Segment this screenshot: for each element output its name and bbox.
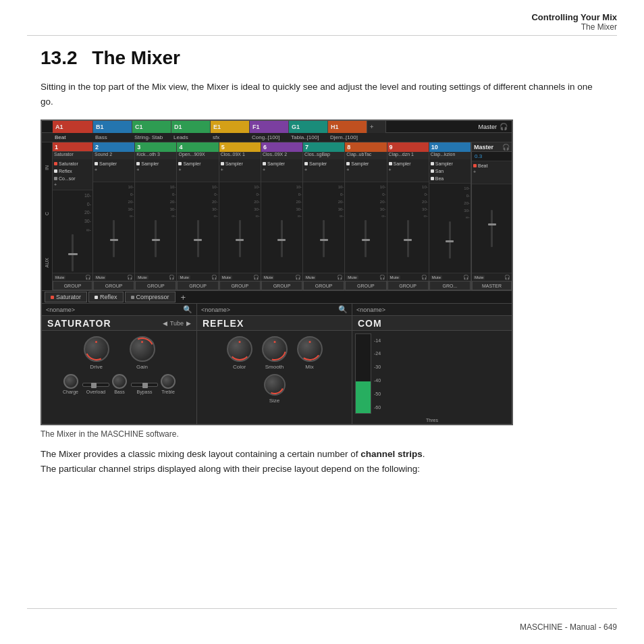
plugin-item: Reflex xyxy=(54,167,91,175)
section-title: 13.2 The Mixer xyxy=(41,47,603,69)
bass-knob[interactable] xyxy=(112,374,127,389)
group-name-h1: Djem..[100] xyxy=(328,134,367,140)
page-header: Controlling Your Mix The Mixer xyxy=(531,12,617,32)
group-name-d1: Leads xyxy=(171,134,211,140)
group-tab-f1[interactable]: F1 xyxy=(250,121,289,133)
color-label: Color xyxy=(233,364,246,370)
strip-number-3: 3 xyxy=(135,142,176,152)
com-noname: <noname> xyxy=(356,306,508,313)
channel-strip-7: 7 Clos..sgBap Sampler + 10-0-20-30-∞- Mu… xyxy=(303,142,345,290)
strip-number-1: 1 xyxy=(53,142,92,152)
page-footer: MASCHINE - Manual - 649 xyxy=(27,622,617,632)
mix-knob[interactable] xyxy=(297,336,323,362)
charge-group: Charge xyxy=(63,374,78,394)
group-name-b1: Bass xyxy=(93,134,132,140)
in-label: IN xyxy=(45,165,49,170)
strip-number-2: 2 xyxy=(93,142,134,152)
effect-tab-compressor[interactable]: Compressor xyxy=(125,292,176,302)
body-paragraph: The Mixer provides a classic mixing desk… xyxy=(41,447,594,477)
master-headphone[interactable]: 🎧 xyxy=(502,144,510,151)
master-label: Master xyxy=(474,144,493,151)
group-tab-d1[interactable]: D1 xyxy=(171,121,211,133)
group-name-g1: Tabla..[100] xyxy=(289,134,328,140)
overload-slider[interactable] xyxy=(82,383,109,387)
group-tab-a1[interactable]: A1 xyxy=(53,121,93,133)
group-tab-g1[interactable]: G1 xyxy=(289,121,328,133)
compressor-meter xyxy=(355,333,371,414)
fader-handle-1[interactable] xyxy=(68,253,78,255)
group-tab-c1[interactable]: C1 xyxy=(132,121,171,133)
header-subtitle: The Mixer xyxy=(531,22,617,32)
charge-label: Charge xyxy=(63,390,78,394)
group-btn-1[interactable]: GROUP xyxy=(53,281,92,290)
channel-strip-4: 4 Open...909X Sampler + 10-0-20-30-∞- Mu… xyxy=(177,142,219,290)
effect-tab-reflex[interactable]: Reflex xyxy=(88,292,124,302)
fader-scale: 10-0-20-30-∞- xyxy=(53,192,92,234)
group-tab-plus[interactable]: + xyxy=(367,121,386,133)
aux-label: AUX xyxy=(45,258,49,267)
gain-knob[interactable] xyxy=(130,336,155,362)
plugin-add-2[interactable]: + xyxy=(95,167,133,174)
charge-knob[interactable] xyxy=(63,374,78,389)
footer-divider xyxy=(27,608,617,609)
overload-group: Overload xyxy=(82,383,109,394)
intro-paragraph: Sitting in the top part of the Mix view,… xyxy=(41,80,594,109)
effects-tab-add[interactable]: + xyxy=(177,292,190,302)
saturator-title: SATURATOR xyxy=(47,318,111,329)
mute-btn-1[interactable]: Mute xyxy=(54,275,65,279)
plugin-add[interactable]: + xyxy=(54,182,91,189)
plugin-item: Saturator xyxy=(54,160,91,167)
bypass-group: Bypass xyxy=(131,383,158,394)
body-text-pre: The Mixer provides a classic mixing desk… xyxy=(41,449,360,459)
sat-preset-name: Tube xyxy=(170,320,184,327)
size-knob[interactable] xyxy=(264,374,286,396)
group-name-c1: String- Stab xyxy=(132,134,171,140)
bass-label: Bass xyxy=(114,390,125,394)
reflex-noname: <noname> xyxy=(201,306,336,313)
master-level-display: 0.3 xyxy=(472,152,512,161)
group-tab-e1[interactable]: E1 xyxy=(211,121,250,133)
plugin-item: Co...sor xyxy=(54,175,91,182)
channel-strip-2: 2 Sound 2 Sampler + 10-0-20-30-∞- Mute xyxy=(93,142,135,290)
treble-label: Treble xyxy=(161,390,175,394)
preset-next-arrow[interactable]: ▶ xyxy=(186,320,191,327)
mixer-screenshot: A1 B1 C1 D1 E1 F1 G1 H1 + Master 🎧 Beat … xyxy=(41,119,513,425)
section-heading: The Mixer xyxy=(92,47,180,68)
group-name-e1: sfx xyxy=(211,134,250,140)
sat-search-icon[interactable]: 🔍 xyxy=(183,305,192,314)
smooth-knob[interactable] xyxy=(262,336,288,362)
color-knob[interactable] xyxy=(227,336,252,362)
header-title: Controlling Your Mix xyxy=(531,12,617,22)
c-label: C xyxy=(45,212,49,215)
drive-knob-group: Drive xyxy=(84,336,109,370)
bypass-slider[interactable] xyxy=(131,383,158,387)
group-tab-b1[interactable]: B1 xyxy=(93,121,132,133)
strip-trackname-1: Saturator xyxy=(53,152,92,159)
channel-strip-8: 8 Clap..ubTac Sampler + 10-0-20-30-∞- Mu… xyxy=(345,142,387,290)
saturator-panel: <noname> 🔍 SATURATOR ◀ Tube ▶ xyxy=(42,304,197,424)
headphone-1[interactable]: 🎧 xyxy=(85,275,91,280)
sat-noname: <noname> xyxy=(46,306,180,313)
channel-strip-5: 5 Clos..09X 1 Sampler + 10-0-20-30-∞- Mu… xyxy=(219,142,261,290)
master-fader-handle[interactable] xyxy=(488,223,496,225)
compressor-panel: <noname> COM -14 -24 -30 -40 -50 xyxy=(352,304,512,424)
group-name-f1: Cong..[100] xyxy=(250,134,289,140)
channel-strip-3: 3 Kick...oth 3 Sampler + 10-0-20-30-∞- M… xyxy=(135,142,177,290)
bass-group: Bass xyxy=(112,374,127,394)
effect-tab-saturator[interactable]: saturator xyxy=(45,292,87,302)
header-divider xyxy=(27,35,617,36)
treble-knob[interactable] xyxy=(161,374,176,389)
overload-label: Overload xyxy=(86,390,105,394)
mix-label: Mix xyxy=(305,364,313,370)
gain-knob-group: Gain xyxy=(130,336,155,370)
body-text-line2: The particular channel strips displayed … xyxy=(41,464,420,474)
reflex-search-icon[interactable]: 🔍 xyxy=(338,305,348,314)
preset-prev-arrow[interactable]: ◀ xyxy=(163,320,167,327)
channel-strips-bold: channel strips xyxy=(360,449,423,459)
group-tab-h1[interactable]: H1 xyxy=(328,121,367,133)
master-tab-label: Master 🎧 xyxy=(474,122,512,131)
smooth-label: Smooth xyxy=(265,364,284,370)
drive-knob[interactable] xyxy=(84,336,109,362)
effects-tabs-row: saturator Reflex Compressor + xyxy=(42,290,512,304)
group-name-a1: Beat xyxy=(53,134,93,140)
